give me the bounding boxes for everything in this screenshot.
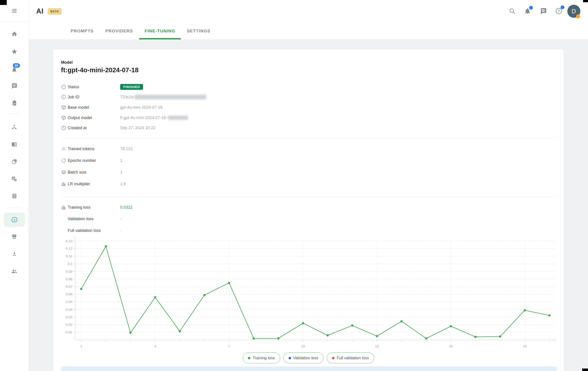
svg-text:7: 7 xyxy=(228,344,230,348)
detail-row-status: Status FINISHED xyxy=(61,82,143,92)
divider xyxy=(8,207,21,208)
tab-settings[interactable]: SETTINGS xyxy=(181,22,216,39)
sidebar-item-collections[interactable] xyxy=(0,158,29,164)
sidebar-item-workflows[interactable] xyxy=(0,124,29,130)
lr-multiplier-label: LR multiplier xyxy=(68,182,120,186)
sidebar-item-downloads[interactable] xyxy=(0,251,29,257)
layers-icon xyxy=(61,169,68,175)
fine-tuning-job-card: Model ft:gpt-4o-mini-2024-07-18 Status F… xyxy=(53,49,564,371)
svg-text:10: 10 xyxy=(301,344,305,348)
detail-row-job-id: Job ID 723c2a xyxy=(61,92,206,102)
full-validation-loss-dot xyxy=(332,357,335,359)
svg-text:0.09: 0.09 xyxy=(66,270,73,273)
svg-text:0.01: 0.01 xyxy=(66,330,73,334)
beta-badge: BETA xyxy=(48,8,62,15)
sidebar-item-chat[interactable] xyxy=(0,83,29,89)
epochs-value: 1 xyxy=(120,158,122,163)
param-row-trained-tokens: Trained tokens 78 215 xyxy=(61,144,133,154)
lr-multiplier-value: 1.8 xyxy=(120,182,126,186)
base-model-label: Base model xyxy=(68,105,120,110)
sidebar-item-favorites[interactable] xyxy=(0,48,29,55)
svg-text:0.05: 0.05 xyxy=(66,300,73,304)
svg-text:0.07: 0.07 xyxy=(66,284,73,288)
search-icon[interactable] xyxy=(509,7,516,15)
detail-row-base-model: Base model gpt-4o-mini-2024-07-18 xyxy=(61,102,162,113)
job-id-label: Job ID xyxy=(68,95,120,99)
epochs-label: Epochs number xyxy=(68,158,120,163)
sidebar-item-translate[interactable]: G文 xyxy=(0,176,29,182)
svg-text:文: 文 xyxy=(14,179,16,181)
output-model-redacted xyxy=(168,116,188,120)
svg-text:0.03: 0.03 xyxy=(66,315,73,319)
svg-text:19: 19 xyxy=(523,344,527,348)
param-row-batch-size: Batch size 1 xyxy=(61,167,122,177)
tab-bar: PROMPTS PROVIDERS FINE-TUNING SETTINGS xyxy=(65,22,216,39)
content-area: Model ft:gpt-4o-mini-2024-07-18 Status F… xyxy=(29,39,588,371)
sidebar-item-calculator[interactable] xyxy=(0,193,29,199)
svg-text:1: 1 xyxy=(80,344,82,348)
svg-text:0.04: 0.04 xyxy=(66,307,73,311)
info-icon xyxy=(61,94,68,100)
param-row-epochs: Epochs number 1 xyxy=(61,155,122,166)
rotate-icon xyxy=(61,158,68,164)
job-id-redacted xyxy=(134,95,206,99)
created-at-label: Created at xyxy=(68,126,120,130)
full-validation-loss-label: Full validation loss xyxy=(68,228,120,233)
model-section-label: Model xyxy=(61,60,73,65)
svg-text:16: 16 xyxy=(449,344,453,348)
screenshot-artifact xyxy=(0,0,7,5)
bar-chart-icon xyxy=(61,181,68,187)
notification-dot xyxy=(529,6,533,10)
sidebar-item-store[interactable] xyxy=(0,234,29,240)
divider xyxy=(61,196,557,197)
tokens-grain-icon xyxy=(61,146,68,152)
legend-pill-full-validation-loss[interactable]: Full validation loss xyxy=(327,352,374,363)
app-logo: AI xyxy=(36,7,43,15)
sidebar-item-panels[interactable] xyxy=(0,141,29,147)
menu-icon[interactable] xyxy=(0,8,29,14)
sidebar-item-tasks[interactable] xyxy=(0,100,29,106)
tab-prompts[interactable]: PROMPTS xyxy=(65,22,99,39)
sidebar: 59 G文 xyxy=(0,0,29,371)
tab-providers[interactable]: PROVIDERS xyxy=(99,22,139,39)
svg-text:0.1: 0.1 xyxy=(67,262,73,266)
status-label: Status xyxy=(68,85,120,89)
detail-row-created-at: Created at Sep 27, 2024 10:22 xyxy=(61,123,156,133)
svg-text:0.06: 0.06 xyxy=(66,292,73,296)
svg-text:0.08: 0.08 xyxy=(66,277,73,281)
clock-icon xyxy=(61,125,68,131)
model-name: ft:gpt-4o-mini-2024-07-18 xyxy=(61,66,138,74)
sidebar-item-users[interactable] xyxy=(0,268,29,274)
bar-chart-icon xyxy=(61,204,68,210)
ai-sparkle-icon xyxy=(10,216,18,224)
sidebar-item-home[interactable] xyxy=(0,31,29,37)
cube-icon xyxy=(61,115,68,121)
sidebar-item-ai-fine-tuning[interactable] xyxy=(4,213,25,227)
divider xyxy=(61,138,557,138)
legend-pill-validation-loss[interactable]: Validation loss xyxy=(284,352,324,363)
status-badge: FINISHED xyxy=(120,84,143,90)
training-loss-label: Training loss xyxy=(68,205,120,210)
chat-icon[interactable] xyxy=(540,7,547,15)
screenshot-artifact xyxy=(582,369,588,371)
divider xyxy=(8,114,21,114)
training-loss-value: 0.0322 xyxy=(120,205,133,210)
validation-loss-dot xyxy=(289,357,291,359)
help-notification-dot xyxy=(561,5,564,9)
batch-size-value: 1 xyxy=(120,170,122,175)
svg-text:13: 13 xyxy=(375,344,379,348)
loss-row-validation: Validation loss - xyxy=(61,214,121,224)
svg-text:0.13: 0.13 xyxy=(66,239,73,243)
divider xyxy=(0,22,29,22)
full-validation-loss-value: - xyxy=(120,228,121,233)
screenshot-artifact xyxy=(583,0,588,2)
loss-row-training: Training loss 0.0322 xyxy=(61,202,133,213)
svg-text:0.02: 0.02 xyxy=(66,323,73,327)
legend-pill-training-loss[interactable]: Training loss xyxy=(243,352,280,363)
svg-text:0.11: 0.11 xyxy=(66,254,73,258)
validation-loss-value: - xyxy=(120,217,121,221)
job-id-value: 723c2a xyxy=(120,95,133,99)
legend-label: Training loss xyxy=(253,356,275,360)
tab-fine-tuning[interactable]: FINE-TUNING xyxy=(139,22,181,39)
chart-legend: Training loss Validation loss Full valid… xyxy=(53,352,564,363)
